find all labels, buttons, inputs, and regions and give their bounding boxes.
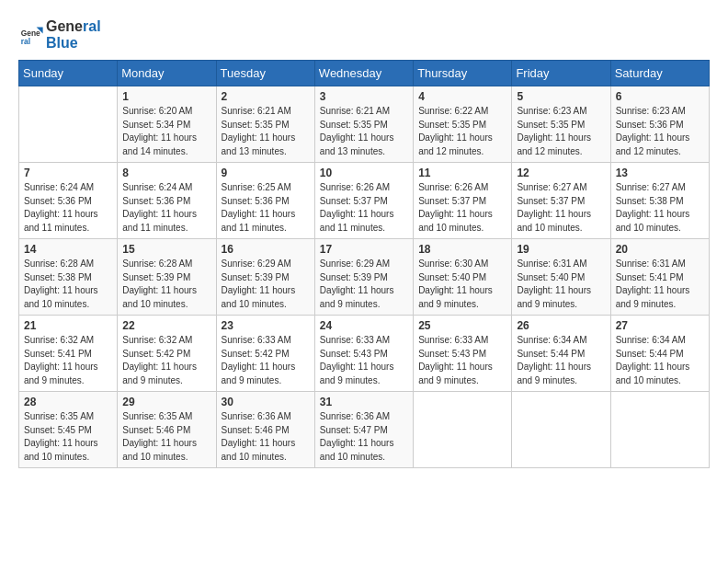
sunset-text: Sunset: 5:37 PM bbox=[320, 196, 388, 206]
calendar-cell bbox=[19, 86, 118, 163]
day-number: 9 bbox=[222, 167, 310, 179]
day-info: Sunrise: 6:28 AM Sunset: 5:38 PM Dayligh… bbox=[24, 258, 112, 311]
calendar-cell: 18 Sunrise: 6:30 AM Sunset: 5:40 PM Dayl… bbox=[414, 239, 512, 316]
day-number: 10 bbox=[320, 167, 408, 179]
daylight-text: Daylight: 11 hours and 10 minutes. bbox=[122, 438, 197, 462]
day-info: Sunrise: 6:31 AM Sunset: 5:40 PM Dayligh… bbox=[517, 258, 605, 311]
sunrise-text: Sunrise: 6:30 AM bbox=[418, 259, 488, 269]
day-number: 13 bbox=[616, 167, 704, 179]
day-number: 11 bbox=[418, 167, 506, 179]
sunrise-text: Sunrise: 6:34 AM bbox=[517, 335, 586, 345]
calendar-cell: 3 Sunrise: 6:21 AM Sunset: 5:35 PM Dayli… bbox=[314, 86, 413, 163]
daylight-text: Daylight: 11 hours and 9 minutes. bbox=[616, 285, 690, 309]
sunset-text: Sunset: 5:43 PM bbox=[418, 349, 486, 359]
daylight-text: Daylight: 11 hours and 10 minutes. bbox=[222, 285, 296, 309]
logo-icon: Gene ral bbox=[18, 22, 44, 48]
day-number: 16 bbox=[222, 243, 310, 256]
calendar-cell: 15 Sunrise: 6:28 AM Sunset: 5:39 PM Dayl… bbox=[118, 239, 216, 316]
day-number: 21 bbox=[24, 319, 112, 332]
sunrise-text: Sunrise: 6:22 AM bbox=[418, 106, 488, 116]
daylight-text: Daylight: 11 hours and 11 minutes. bbox=[122, 209, 197, 233]
sunrise-text: Sunrise: 6:33 AM bbox=[320, 335, 390, 345]
day-info: Sunrise: 6:33 AM Sunset: 5:42 PM Dayligh… bbox=[222, 334, 310, 387]
sunset-text: Sunset: 5:40 PM bbox=[517, 272, 585, 282]
calendar-cell: 21 Sunrise: 6:32 AM Sunset: 5:41 PM Dayl… bbox=[19, 316, 118, 392]
day-info: Sunrise: 6:32 AM Sunset: 5:42 PM Dayligh… bbox=[122, 334, 210, 387]
day-header-thursday: Thursday bbox=[414, 61, 512, 86]
day-number: 20 bbox=[616, 243, 704, 256]
day-number: 6 bbox=[616, 90, 704, 103]
daylight-text: Daylight: 11 hours and 10 minutes. bbox=[418, 209, 493, 233]
day-info: Sunrise: 6:23 AM Sunset: 5:36 PM Dayligh… bbox=[616, 105, 704, 158]
sunset-text: Sunset: 5:36 PM bbox=[122, 196, 190, 206]
day-number: 24 bbox=[320, 319, 408, 332]
calendar-cell: 13 Sunrise: 6:27 AM Sunset: 5:38 PM Dayl… bbox=[610, 163, 709, 239]
day-info: Sunrise: 6:27 AM Sunset: 5:37 PM Dayligh… bbox=[517, 181, 605, 235]
sunrise-text: Sunrise: 6:20 AM bbox=[122, 106, 192, 116]
day-info: Sunrise: 6:33 AM Sunset: 5:43 PM Dayligh… bbox=[320, 334, 408, 387]
day-number: 3 bbox=[320, 90, 408, 103]
sunset-text: Sunset: 5:43 PM bbox=[320, 349, 388, 359]
day-info: Sunrise: 6:27 AM Sunset: 5:38 PM Dayligh… bbox=[616, 181, 704, 235]
sunset-text: Sunset: 5:37 PM bbox=[418, 196, 486, 206]
day-number: 5 bbox=[517, 90, 605, 103]
week-row-4: 21 Sunrise: 6:32 AM Sunset: 5:41 PM Dayl… bbox=[19, 316, 710, 392]
sunrise-text: Sunrise: 6:32 AM bbox=[122, 335, 192, 345]
header: Gene ral General Blue bbox=[18, 18, 710, 51]
day-header-friday: Friday bbox=[512, 61, 610, 86]
daylight-text: Daylight: 11 hours and 9 minutes. bbox=[418, 362, 493, 385]
daylight-text: Daylight: 11 hours and 10 minutes. bbox=[222, 438, 296, 462]
calendar-cell: 28 Sunrise: 6:35 AM Sunset: 5:45 PM Dayl… bbox=[19, 392, 118, 468]
daylight-text: Daylight: 11 hours and 12 minutes. bbox=[418, 132, 493, 156]
daylight-text: Daylight: 11 hours and 9 minutes. bbox=[24, 362, 98, 385]
day-number: 31 bbox=[320, 396, 408, 408]
sunrise-text: Sunrise: 6:26 AM bbox=[418, 182, 488, 192]
day-number: 1 bbox=[122, 90, 210, 103]
sunset-text: Sunset: 5:46 PM bbox=[122, 425, 190, 435]
week-row-2: 7 Sunrise: 6:24 AM Sunset: 5:36 PM Dayli… bbox=[19, 163, 710, 239]
sunrise-text: Sunrise: 6:26 AM bbox=[320, 182, 390, 192]
day-number: 12 bbox=[517, 167, 605, 179]
sunrise-text: Sunrise: 6:28 AM bbox=[122, 259, 192, 269]
calendar-cell: 17 Sunrise: 6:29 AM Sunset: 5:39 PM Dayl… bbox=[314, 239, 413, 316]
calendar-cell: 4 Sunrise: 6:22 AM Sunset: 5:35 PM Dayli… bbox=[414, 86, 512, 163]
daylight-text: Daylight: 11 hours and 13 minutes. bbox=[222, 132, 296, 156]
calendar-cell: 10 Sunrise: 6:26 AM Sunset: 5:37 PM Dayl… bbox=[314, 163, 413, 239]
daylight-text: Daylight: 11 hours and 9 minutes. bbox=[418, 285, 493, 309]
logo-text-line2: Blue bbox=[46, 35, 101, 52]
sunrise-text: Sunrise: 6:29 AM bbox=[222, 259, 291, 269]
daylight-text: Daylight: 11 hours and 10 minutes. bbox=[616, 362, 690, 385]
sunrise-text: Sunrise: 6:24 AM bbox=[24, 182, 94, 192]
sunrise-text: Sunrise: 6:36 AM bbox=[222, 411, 291, 421]
day-info: Sunrise: 6:29 AM Sunset: 5:39 PM Dayligh… bbox=[320, 258, 408, 311]
sunrise-text: Sunrise: 6:31 AM bbox=[517, 259, 586, 269]
daylight-text: Daylight: 11 hours and 10 minutes. bbox=[517, 209, 591, 233]
calendar-cell: 30 Sunrise: 6:36 AM Sunset: 5:46 PM Dayl… bbox=[216, 392, 314, 468]
calendar-cell: 27 Sunrise: 6:34 AM Sunset: 5:44 PM Dayl… bbox=[610, 316, 709, 392]
day-info: Sunrise: 6:34 AM Sunset: 5:44 PM Dayligh… bbox=[517, 334, 605, 387]
day-info: Sunrise: 6:26 AM Sunset: 5:37 PM Dayligh… bbox=[320, 181, 408, 235]
calendar-cell: 7 Sunrise: 6:24 AM Sunset: 5:36 PM Dayli… bbox=[19, 163, 118, 239]
sunrise-text: Sunrise: 6:34 AM bbox=[616, 335, 686, 345]
sunset-text: Sunset: 5:42 PM bbox=[222, 349, 290, 359]
day-header-monday: Monday bbox=[118, 61, 216, 86]
sunrise-text: Sunrise: 6:27 AM bbox=[517, 182, 586, 192]
day-number: 22 bbox=[122, 319, 210, 332]
sunset-text: Sunset: 5:35 PM bbox=[320, 120, 388, 130]
sunset-text: Sunset: 5:45 PM bbox=[24, 425, 92, 435]
calendar-cell: 29 Sunrise: 6:35 AM Sunset: 5:46 PM Dayl… bbox=[118, 392, 216, 468]
logo-text-line1: General bbox=[46, 18, 101, 35]
sunset-text: Sunset: 5:41 PM bbox=[616, 272, 684, 282]
calendar-cell: 16 Sunrise: 6:29 AM Sunset: 5:39 PM Dayl… bbox=[216, 239, 314, 316]
sunset-text: Sunset: 5:44 PM bbox=[517, 349, 585, 359]
sunset-text: Sunset: 5:39 PM bbox=[122, 272, 190, 282]
day-info: Sunrise: 6:22 AM Sunset: 5:35 PM Dayligh… bbox=[418, 105, 506, 158]
day-info: Sunrise: 6:35 AM Sunset: 5:45 PM Dayligh… bbox=[24, 410, 112, 464]
sunset-text: Sunset: 5:37 PM bbox=[517, 196, 585, 206]
sunset-text: Sunset: 5:47 PM bbox=[320, 425, 388, 435]
daylight-text: Daylight: 11 hours and 14 minutes. bbox=[122, 132, 197, 156]
day-info: Sunrise: 6:36 AM Sunset: 5:46 PM Dayligh… bbox=[222, 410, 310, 464]
calendar-cell: 31 Sunrise: 6:36 AM Sunset: 5:47 PM Dayl… bbox=[314, 392, 413, 468]
day-info: Sunrise: 6:32 AM Sunset: 5:41 PM Dayligh… bbox=[24, 334, 112, 387]
day-info: Sunrise: 6:24 AM Sunset: 5:36 PM Dayligh… bbox=[24, 181, 112, 235]
